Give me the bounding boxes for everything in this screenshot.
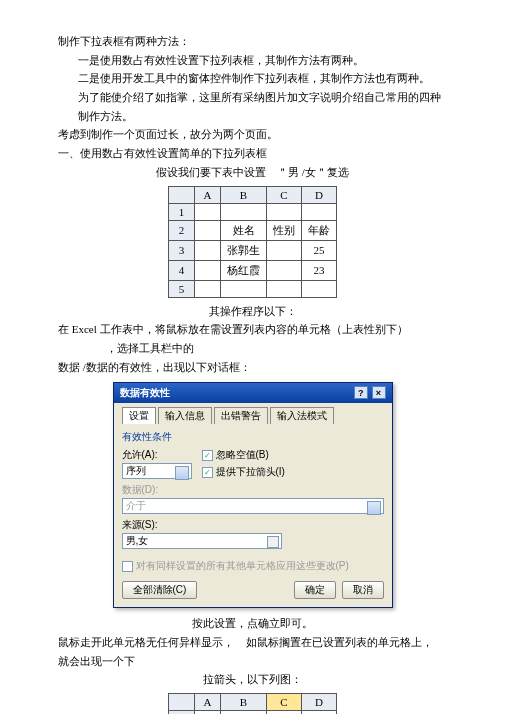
row-header: 4 [169,260,195,280]
in-cell-dropdown-checkbox[interactable]: ✓提供下拉箭头(I) [202,465,285,479]
dialog-titlebar[interactable]: 数据有效性 ? × [114,383,392,403]
caption-after-dialog: 按此设置，点确立即可。 [58,614,447,633]
data-label: 数据(D): [122,483,384,497]
paragraph-mid6: 拉箭头，以下列图： [58,670,447,689]
cell [221,203,267,220]
col-header: A [195,694,221,711]
group-label: 有效性条件 [122,430,384,444]
cell: 23 [302,260,337,280]
tab-error-alert[interactable]: 出错警告 [214,407,268,424]
subheading-1: 假设我们要下表中设置 ＂男 /女＂复选 [58,163,447,182]
paragraph-intro-1: 制作下拉表框有两种方法： [58,32,447,51]
allow-value: 序列 [126,464,146,478]
row-header: 1 [169,711,195,715]
cell [267,203,302,220]
paragraph-intro-2: 一是使用数占有效性设置下拉列表框，其制作方法有两种。 [58,51,447,70]
col-header: C [267,186,302,203]
cell [195,280,221,297]
tab-input-message[interactable]: 输入信息 [158,407,212,424]
cell [195,240,221,260]
text: 如鼠标搁置在已设置列表的单元格上， [246,636,433,648]
label: 忽略空值(B) [216,448,269,462]
paragraph-intro-5: 考虑到制作一个页面过长，故分为两个页面。 [58,125,447,144]
cell-corner [169,186,195,203]
cell: 杨红霞 [221,260,267,280]
col-header: B [221,694,267,711]
text: ，选择工具栏中的 [106,342,194,354]
label: 提供下拉箭头(I) [216,465,285,479]
cell: 张郭生 [221,240,267,260]
cell [302,203,337,220]
apply-all-label: 对有同样设置的所有其他单元格应用这些更改(P) [136,559,349,573]
paragraph-intro-4: 为了能使介绍了如指掌，这里所有采纳图片加文字说明介绍自己常用的四种制作方法。 [58,88,447,125]
cell: 姓名 [221,220,267,240]
dialog-body: 设置 输入信息 出错警告 输入法模式 有效性条件 允许(A): 序列 ✓忽略空值… [114,403,392,607]
dialog-title: 数据有效性 [120,386,170,400]
caption-1: 其操作程序以下： [58,302,447,321]
cell [302,280,337,297]
row-header: 1 [169,203,195,220]
paragraph-mid2: 在 Excel 工作表中，将鼠标放在需设置列表内容的单元格（上表性别下），选择工… [58,320,447,357]
cell [267,260,302,280]
source-label: 来源(S): [122,518,384,532]
tab-settings[interactable]: 设置 [122,407,156,424]
cell [195,203,221,220]
checkbox-icon: ✓ [202,450,213,461]
row-header: 5 [169,280,195,297]
allow-label: 允许(A): [122,448,192,462]
col-header-active: C [267,694,302,711]
checkbox-icon: ✓ [202,467,213,478]
cancel-button[interactable]: 取消 [342,581,384,599]
heading-1: 一、使用数占有效性设置简单的下拉列表框 [58,144,447,163]
row-header: 2 [169,220,195,240]
clear-all-button[interactable]: 全部清除(C) [122,581,198,599]
col-header: D [302,186,337,203]
paragraph-mid5: 鼠标走开此单元格无任何异样显示，如鼠标搁置在已设置列表的单元格上，就会出现一个下 [58,633,447,670]
row-header: 3 [169,240,195,260]
cell [195,260,221,280]
col-header: A [195,186,221,203]
ok-button[interactable]: 确定 [294,581,336,599]
ignore-blank-checkbox[interactable]: ✓忽略空值(B) [202,448,285,462]
range-picker-icon[interactable] [267,536,279,548]
excel-table-1: A B C D 1 2姓名性别年龄 3张郭生25 4杨红霞23 5 [168,186,337,298]
tab-ime[interactable]: 输入法模式 [270,407,334,424]
tab-strip: 设置 输入信息 出错警告 输入法模式 [122,407,384,424]
paragraph-mid3: 数据 /数据的有效性，出现以下对话框： [58,358,447,377]
cell [267,280,302,297]
source-value: 男,女 [126,534,149,548]
text: 鼠标走开此单元格无任何异样显示， [58,636,234,648]
col-header: B [221,186,267,203]
cell-corner [169,694,195,711]
cell [195,711,221,715]
data-validation-dialog: 数据有效性 ? × 设置 输入信息 出错警告 输入法模式 有效性条件 允许(A)… [113,382,393,608]
text: 在 Excel 工作表中，将鼠标放在需设置列表内容的单元格（上表性别下） [58,323,408,335]
help-icon[interactable]: ? [354,386,368,399]
data-value: 介于 [126,499,146,513]
cell: 性别 [267,220,302,240]
text: 就会出现一个下 [58,655,135,667]
cell [195,220,221,240]
cell [221,711,267,715]
paragraph-intro-3: 二是使用开发工具中的窗体控件制作下拉列表框，其制作方法也有两种。 [58,69,447,88]
data-select: 介于 [122,498,384,514]
cell: 25 [302,240,337,260]
cell [267,711,302,715]
allow-select[interactable]: 序列 [122,463,192,479]
cell: 年龄 [302,220,337,240]
source-input[interactable]: 男,女 [122,533,282,549]
cell [302,711,337,715]
col-header: D [302,694,337,711]
cell [221,280,267,297]
cell [267,240,302,260]
checkbox-icon[interactable] [122,561,133,572]
close-icon[interactable]: × [372,386,386,399]
excel-table-2: A B C D 1 2姓名性别年龄 3张郭生25 4杨红霞23 5 [168,693,337,714]
